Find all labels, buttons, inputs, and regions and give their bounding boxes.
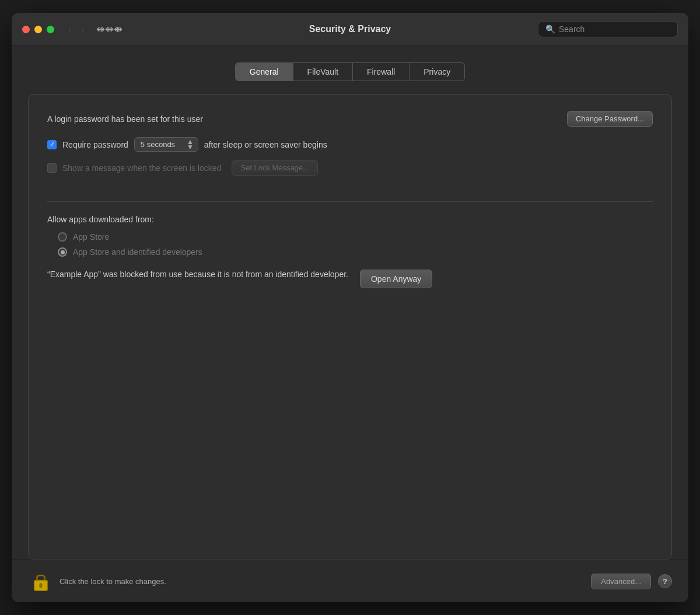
app-store-radio[interactable] xyxy=(58,232,67,242)
advanced-button[interactable]: Advanced... xyxy=(591,574,651,589)
traffic-lights xyxy=(22,26,54,33)
window-title: Security & Privacy xyxy=(309,24,391,34)
bottom-bar: Click the lock to make changes. Advanced… xyxy=(12,560,688,602)
tab-filevault[interactable]: FileVault xyxy=(293,62,353,81)
password-time-select[interactable]: 5 seconds 1 minute 5 minutes 15 minutes … xyxy=(134,137,198,152)
section-divider xyxy=(47,201,653,202)
general-panel: A login password has been set for this u… xyxy=(28,94,672,560)
lock-icon xyxy=(30,571,51,592)
app-store-identified-radio[interactable] xyxy=(58,247,67,257)
app-store-identified-label: App Store and identified developers xyxy=(73,247,202,257)
maximize-button[interactable] xyxy=(47,26,54,33)
open-anyway-button[interactable]: Open Anyway xyxy=(360,270,432,288)
content-area: General FileVault Firewall Privacy A log… xyxy=(12,46,688,560)
checkmark-icon: ✓ xyxy=(50,141,55,148)
minimize-button[interactable] xyxy=(34,26,42,33)
password-row: A login password has been set for this u… xyxy=(47,111,653,127)
app-store-identified-radio-row: App Store and identified developers xyxy=(58,247,653,257)
allow-apps-label: Allow apps downloaded from: xyxy=(47,215,653,224)
blocked-app-row: “Example App” was blocked from use becau… xyxy=(47,268,653,288)
tab-privacy[interactable]: Privacy xyxy=(410,62,465,81)
lock-status-text: Click the lock to make changes. xyxy=(60,577,166,586)
search-icon: 🔍 xyxy=(545,25,555,34)
lock-icon-button[interactable] xyxy=(28,568,54,594)
grid-icon[interactable]: ⇼⇼⇼ xyxy=(96,23,123,36)
tab-general[interactable]: General xyxy=(235,62,293,81)
require-password-label: Require password xyxy=(62,140,128,149)
forward-button[interactable]: › xyxy=(78,23,88,36)
password-set-label: A login password has been set for this u… xyxy=(47,114,558,124)
search-input[interactable] xyxy=(559,25,670,34)
tab-firewall[interactable]: Firewall xyxy=(353,62,410,81)
nav-buttons: ‹ › xyxy=(65,23,88,36)
lock-message-label: Show a message when the screen is locked xyxy=(62,163,221,173)
change-password-button[interactable]: Change Password... xyxy=(567,111,653,127)
tabs: General FileVault Firewall Privacy xyxy=(28,62,672,81)
close-button[interactable] xyxy=(22,26,30,33)
bottom-right-controls: Advanced... ? xyxy=(591,574,672,589)
require-password-row: ✓ Require password 5 seconds 1 minute 5 … xyxy=(47,137,653,152)
app-store-label: App Store xyxy=(73,232,109,242)
help-button[interactable]: ? xyxy=(658,574,672,588)
set-lock-message-button[interactable]: Set Lock Message... xyxy=(232,160,318,176)
after-sleep-label: after sleep or screen saver begins xyxy=(204,140,327,149)
password-time-select-wrapper: 5 seconds 1 minute 5 minutes 15 minutes … xyxy=(134,137,198,152)
app-store-radio-row: App Store xyxy=(58,232,653,242)
download-section: Allow apps downloaded from: App Store Ap… xyxy=(47,215,653,540)
require-password-checkbox[interactable]: ✓ xyxy=(47,140,57,149)
lock-message-row: Show a message when the screen is locked… xyxy=(47,160,653,176)
lock-message-checkbox[interactable] xyxy=(47,163,57,173)
titlebar: ‹ › ⇼⇼⇼ Security & Privacy 🔍 xyxy=(12,13,688,46)
back-button[interactable]: ‹ xyxy=(65,23,75,36)
main-window: ‹ › ⇼⇼⇼ Security & Privacy 🔍 General Fil… xyxy=(12,13,688,602)
svg-point-2 xyxy=(40,583,43,586)
search-box: 🔍 xyxy=(538,21,678,37)
blocked-app-message: “Example App” was blocked from use becau… xyxy=(47,268,348,281)
download-radio-group: App Store App Store and identified devel… xyxy=(58,232,653,257)
